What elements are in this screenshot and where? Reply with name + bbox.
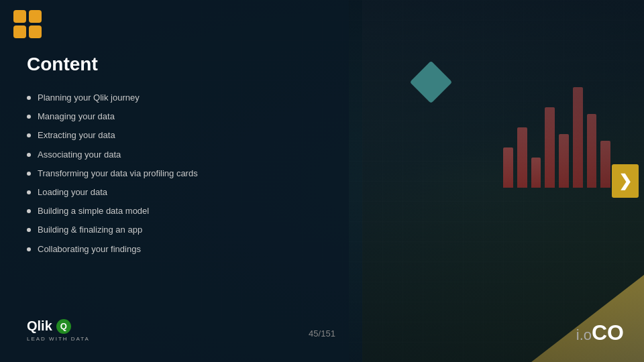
list-item: Associating your data bbox=[27, 145, 362, 164]
bullet-text-2: Managing your data bbox=[38, 111, 115, 123]
bullet-text-7: Building a simple data model bbox=[38, 205, 149, 217]
list-item: Transforming your data via profiling car… bbox=[27, 164, 362, 183]
bullet-text-4: Associating your data bbox=[38, 149, 121, 161]
chevron-right-icon: ❯ bbox=[619, 172, 632, 190]
bullet-dot-8 bbox=[27, 228, 31, 232]
logo-square-2 bbox=[29, 10, 42, 23]
list-item: Collaborating your findings bbox=[27, 240, 362, 259]
ioco-io-text: i. bbox=[576, 326, 584, 343]
list-item: Planning your Qlik journey bbox=[27, 88, 362, 107]
bullet-dot-7 bbox=[27, 209, 31, 213]
main-content: Content Planning your Qlik journey Manag… bbox=[0, 0, 389, 362]
bullet-dot-2 bbox=[27, 115, 31, 119]
bullet-text-1: Planning your Qlik journey bbox=[38, 92, 140, 104]
logo-squares-grid bbox=[13, 10, 42, 38]
list-item: Building & finalizing an app bbox=[27, 221, 362, 239]
list-item: Extracting your data bbox=[27, 126, 362, 145]
qlik-logo: Qlik Q LEAD WITH DATA bbox=[27, 318, 90, 342]
bullet-text-8: Building & finalizing an app bbox=[38, 224, 142, 236]
list-item: Building a simple data model bbox=[27, 202, 362, 221]
bullet-dot-6 bbox=[27, 190, 31, 194]
qlik-subtitle: LEAD WITH DATA bbox=[27, 336, 90, 342]
bullet-dot-1 bbox=[27, 96, 31, 100]
page-title: Content bbox=[27, 54, 362, 75]
qlik-q-letter: Q bbox=[60, 321, 67, 331]
bullet-list: Planning your Qlik journey Managing your… bbox=[27, 88, 362, 259]
list-item: Managing your data bbox=[27, 107, 362, 126]
next-button[interactable]: ❯ bbox=[612, 164, 639, 198]
logo-area bbox=[13, 10, 42, 38]
ioco-logo: i.oCO bbox=[576, 320, 624, 345]
list-item: Loading your data bbox=[27, 183, 362, 202]
bullet-text-3: Extracting your data bbox=[38, 129, 115, 141]
qlik-wordmark: Qlik bbox=[27, 318, 52, 334]
bullet-dot-5 bbox=[27, 172, 31, 176]
ioco-co-text: CO bbox=[592, 320, 624, 345]
bullet-text-5: Transforming your data via profiling car… bbox=[38, 168, 198, 180]
logo-square-1 bbox=[13, 10, 26, 23]
page-number: 45/151 bbox=[309, 328, 335, 339]
qlik-q-icon: Q bbox=[56, 319, 71, 334]
bullet-dot-9 bbox=[27, 247, 31, 251]
qlik-brand-text: Qlik Q bbox=[27, 318, 90, 334]
bullet-text-6: Loading your data bbox=[38, 186, 107, 198]
bullet-dot-4 bbox=[27, 153, 31, 157]
bullet-dot-3 bbox=[27, 133, 31, 137]
logo-square-4 bbox=[29, 25, 42, 38]
bullet-text-9: Collaborating your findings bbox=[38, 243, 141, 255]
ioco-o-text: o bbox=[584, 326, 592, 343]
logo-square-3 bbox=[13, 25, 26, 38]
